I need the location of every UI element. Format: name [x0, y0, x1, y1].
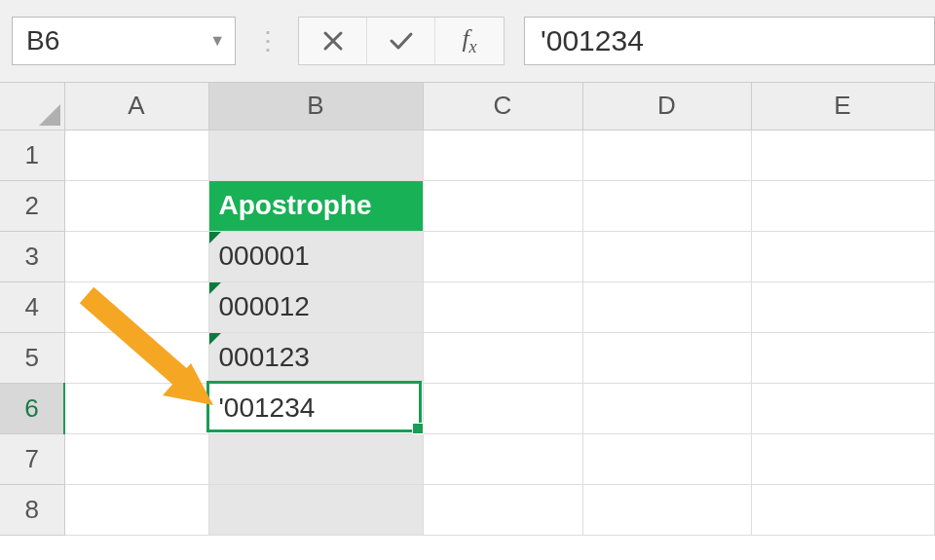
cell-C1[interactable] — [423, 130, 582, 180]
cell-D7[interactable] — [582, 433, 751, 484]
divider-icon: ⋮ — [249, 26, 284, 56]
formula-bar: B6 ▼ ⋮ fx '001234 — [0, 0, 935, 83]
cell-B6[interactable]: '001234 — [208, 383, 423, 433]
cell-C5[interactable] — [423, 332, 582, 383]
cell-C2[interactable] — [423, 180, 582, 231]
row-header-7[interactable]: 7 — [0, 433, 64, 484]
cell-E5[interactable] — [751, 332, 934, 383]
cell-D1[interactable] — [582, 130, 751, 180]
cell-A7[interactable] — [64, 433, 208, 484]
row-header-4[interactable]: 4 — [0, 281, 64, 332]
row-header-5[interactable]: 5 — [0, 332, 64, 383]
error-indicator-icon — [209, 333, 221, 345]
enter-button[interactable] — [367, 18, 435, 64]
cell-B7[interactable] — [208, 433, 423, 484]
row-header-1[interactable]: 1 — [0, 130, 64, 180]
cell-A2[interactable] — [64, 180, 208, 231]
cell-B3[interactable]: 000001 — [208, 231, 423, 281]
check-icon — [389, 30, 414, 52]
spreadsheet-grid[interactable]: ABCDE12Apostrophe3000001400001250001236'… — [0, 83, 935, 536]
cell-A5[interactable] — [64, 332, 208, 383]
chevron-down-icon[interactable]: ▼ — [209, 32, 225, 50]
cell-D5[interactable] — [582, 332, 751, 383]
fx-icon: fx — [462, 24, 476, 57]
formula-buttons: fx — [298, 17, 505, 65]
column-header-D[interactable]: D — [582, 83, 751, 130]
cell-A3[interactable] — [64, 231, 208, 281]
select-all-button[interactable] — [0, 83, 64, 130]
x-icon — [322, 30, 344, 52]
name-box[interactable]: B6 ▼ — [12, 17, 236, 65]
cell-D3[interactable] — [582, 231, 751, 281]
cell-E3[interactable] — [751, 231, 934, 281]
cell-E4[interactable] — [751, 281, 934, 332]
column-header-E[interactable]: E — [751, 83, 934, 130]
cell-A8[interactable] — [64, 484, 208, 535]
cell-D6[interactable] — [582, 383, 751, 433]
cell-E2[interactable] — [751, 180, 934, 231]
error-indicator-icon — [209, 282, 221, 294]
formula-value: '001234 — [541, 24, 644, 57]
cell-E6[interactable] — [751, 383, 934, 433]
cell-C8[interactable] — [423, 484, 582, 535]
cell-A1[interactable] — [64, 130, 208, 180]
cell-A6[interactable] — [64, 383, 208, 433]
formula-input[interactable]: '001234 — [524, 17, 935, 65]
cell-E8[interactable] — [751, 484, 934, 535]
cell-D2[interactable] — [582, 180, 751, 231]
error-indicator-icon — [209, 232, 221, 243]
cell-A4[interactable] — [64, 281, 208, 332]
column-header-C[interactable]: C — [423, 83, 582, 130]
cell-E7[interactable] — [751, 433, 934, 484]
column-header-A[interactable]: A — [64, 83, 208, 130]
row-header-3[interactable]: 3 — [0, 231, 64, 281]
cell-B4[interactable]: 000012 — [208, 281, 423, 332]
row-header-8[interactable]: 8 — [0, 484, 64, 535]
cell-C3[interactable] — [423, 231, 582, 281]
cell-D8[interactable] — [582, 484, 751, 535]
cell-C4[interactable] — [423, 281, 582, 332]
row-header-2[interactable]: 2 — [0, 180, 64, 231]
name-box-value: B6 — [26, 25, 59, 56]
cell-B8[interactable] — [208, 484, 423, 535]
cell-B5[interactable]: 000123 — [208, 332, 423, 383]
cell-B1[interactable] — [208, 130, 423, 180]
cell-E1[interactable] — [751, 130, 934, 180]
row-header-6[interactable]: 6 — [0, 383, 64, 433]
column-header-B[interactable]: B — [208, 83, 423, 130]
cell-D4[interactable] — [582, 281, 751, 332]
cell-B2[interactable]: Apostrophe — [208, 180, 423, 231]
cell-C7[interactable] — [423, 433, 582, 484]
cell-C6[interactable] — [423, 383, 582, 433]
cancel-button[interactable] — [299, 18, 367, 64]
insert-function-button[interactable]: fx — [435, 18, 504, 64]
